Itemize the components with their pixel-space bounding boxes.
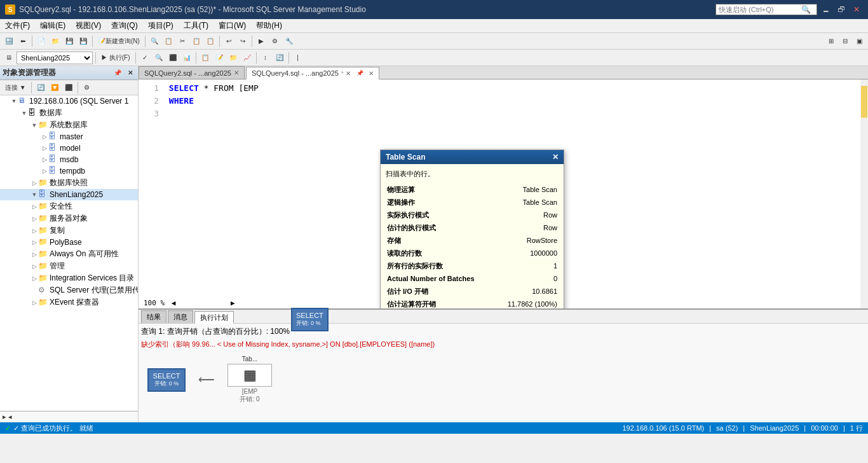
plan-btn[interactable]: 📊 xyxy=(180,51,193,65)
btn-7[interactable]: ✂ xyxy=(176,34,189,48)
tooltip-close-btn[interactable]: ✕ xyxy=(552,153,559,162)
expand-security[interactable]: ▷ xyxy=(31,204,38,210)
expand-shenliang[interactable]: ▼ xyxy=(31,191,38,198)
expand-server-obj[interactable]: ▷ xyxy=(31,216,38,222)
expand-system-dbs[interactable]: ▼ xyxy=(31,122,38,128)
tree-msdb[interactable]: ▷ 🗄 msdb xyxy=(0,154,138,165)
btn-6[interactable]: 📋 xyxy=(162,34,175,48)
expand-polybase[interactable]: ▷ xyxy=(31,239,38,245)
execute-btn[interactable]: ▶ 执行(F) xyxy=(98,51,133,65)
minimize-button[interactable]: 🗕 xyxy=(820,3,832,16)
btn-2[interactable]: 📄 xyxy=(35,34,48,48)
expand-msdb[interactable]: ▷ xyxy=(41,156,48,163)
tree-sqlagent[interactable]: ⚙ SQL Server 代理(已禁用代 xyxy=(0,284,138,296)
tab-sqlquery4-close[interactable]: ✕ xyxy=(346,70,351,77)
expand-server[interactable]: ▼ xyxy=(10,98,18,104)
oe-refresh-btn[interactable]: 🔄 xyxy=(34,81,47,95)
btn-1[interactable]: ⬅ xyxy=(17,34,29,48)
btn-10[interactable]: 🔧 xyxy=(283,34,295,48)
oe-connect-btn[interactable]: 连接 ▼ xyxy=(3,81,29,95)
tree-model[interactable]: ▷ 🗄 model xyxy=(0,142,138,154)
file-btn[interactable]: 📁 xyxy=(227,51,240,65)
tree-snapshot[interactable]: ▷ 📁 数据库快照 xyxy=(0,177,138,189)
btn-new-query[interactable]: 📝新建查询(N) xyxy=(95,34,142,48)
menu-window[interactable]: 窗口(W) xyxy=(214,19,251,32)
tree-server-obj[interactable]: ▷ 📁 服务器对象 xyxy=(0,212,138,225)
btn-copy[interactable]: 📋 xyxy=(190,34,203,48)
expand-snapshot[interactable]: ▷ xyxy=(31,180,38,186)
results-tab-results[interactable]: 结果 xyxy=(141,310,166,323)
tree-security[interactable]: ▷ 📁 安全性 xyxy=(0,200,138,212)
oe-filter-btn[interactable]: 🔽 xyxy=(48,81,61,95)
btn-paste[interactable]: 📋 xyxy=(204,34,217,48)
tree-tempdb[interactable]: ▷ 🗄 tempdb xyxy=(0,165,138,177)
menu-query[interactable]: 查询(Q) xyxy=(106,19,142,32)
tab-sqlquery4-x[interactable]: ✕ xyxy=(369,70,374,77)
menu-help[interactable]: 帮助(H) xyxy=(251,19,287,32)
tree-shenliang[interactable]: ▼ 🗄 ShenLiang2025 xyxy=(0,189,138,200)
btn-12[interactable]: ⊟ xyxy=(839,34,851,48)
expand-master[interactable]: ▷ xyxy=(41,134,48,140)
btn-11[interactable]: ⊞ xyxy=(825,34,837,48)
tab-sqlquery2[interactable]: SQLQuery2.sql - ...ang2025 ✕ xyxy=(139,66,245,79)
trans2-btn[interactable]: 🔄 xyxy=(273,51,286,65)
expand-xevent[interactable]: ▷ xyxy=(31,300,38,306)
new-query-btn[interactable]: 🔙 xyxy=(3,34,15,48)
parse-btn[interactable]: 🔍 xyxy=(153,51,165,65)
close-button[interactable]: ✕ xyxy=(850,3,863,16)
tree-system-dbs[interactable]: ▼ 📁 系统数据库 xyxy=(0,119,138,131)
trans-btn[interactable]: ↕ xyxy=(259,51,272,65)
grid-btn[interactable]: 📋 xyxy=(199,51,212,65)
btn-save[interactable]: 💾 xyxy=(63,34,76,48)
tree-databases[interactable]: ▼ 🗄 数据库 xyxy=(0,107,138,119)
text-btn[interactable]: 📝 xyxy=(213,51,226,65)
expand-model[interactable]: ▷ xyxy=(41,145,48,151)
oe-props-btn[interactable]: ⚙ xyxy=(81,81,93,95)
tree-server[interactable]: ▼ 🖥 192.168.0.106 (SQL Server 1 xyxy=(0,95,138,107)
quick-launch-input[interactable] xyxy=(719,6,801,13)
quick-launch[interactable]: 🔍 xyxy=(715,4,817,15)
scroll-thumb[interactable] xyxy=(861,86,867,118)
tree-integration[interactable]: ▷ 📁 Integration Services 目录 xyxy=(0,272,138,284)
btn-undo[interactable]: ↩ xyxy=(222,34,235,48)
scrollbar-vertical[interactable] xyxy=(860,79,868,308)
stop-btn[interactable]: ⬛ xyxy=(166,51,179,65)
results-tab-plan[interactable]: 执行计划 xyxy=(194,311,234,324)
tree-polybase[interactable]: ▷ 📁 PolyBase xyxy=(0,237,138,248)
tree-management[interactable]: ▷ 📁 管理 xyxy=(0,260,138,272)
expand-databases[interactable]: ▼ xyxy=(20,110,28,116)
stat-btn[interactable]: 📈 xyxy=(241,51,254,65)
results-tab-messages[interactable]: 消息 xyxy=(168,310,193,323)
expand-alwayson[interactable]: ▷ xyxy=(31,251,38,258)
tab-pin-btn[interactable]: 📌 xyxy=(353,66,366,80)
expand-management[interactable]: ▷ xyxy=(31,263,38,270)
menu-project[interactable]: 项目(P) xyxy=(143,19,179,32)
btn-5[interactable]: 🔍 xyxy=(148,34,161,48)
btn-3[interactable]: 📁 xyxy=(49,34,62,48)
btn-save-all[interactable]: 💾 xyxy=(77,34,90,48)
btn-profile[interactable]: ⚙ xyxy=(269,34,281,48)
tree-alwayson[interactable]: ▷ 📁 Always On 高可用性 xyxy=(0,248,138,260)
expand-replication[interactable]: ▷ xyxy=(31,228,38,234)
menu-tools[interactable]: 工具(T) xyxy=(179,19,214,32)
menu-edit[interactable]: 编辑(E) xyxy=(35,19,71,32)
tree-replication[interactable]: ▷ 📁 复制 xyxy=(0,225,138,237)
btn-13[interactable]: ▣ xyxy=(853,34,865,48)
tree-master[interactable]: ▷ 🗄 master xyxy=(0,131,138,142)
tree-xevent[interactable]: ▷ 📁 XEvent 探查器 xyxy=(0,296,138,308)
expand-tempdb[interactable]: ▷ xyxy=(41,168,48,174)
restore-button[interactable]: 🗗 xyxy=(835,3,848,16)
cursor-btn[interactable]: | xyxy=(292,51,304,65)
menu-file[interactable]: 文件(F) xyxy=(0,19,35,32)
oe-stop-btn[interactable]: ⬛ xyxy=(62,81,75,95)
btn-redo[interactable]: ↪ xyxy=(236,34,249,48)
tab-sqlquery2-close[interactable]: ✕ xyxy=(234,69,239,76)
oe-pin-btn[interactable]: 📌 xyxy=(111,68,124,78)
db-selector[interactable]: ShenLiang2025 xyxy=(17,52,93,64)
tab-sqlquery4[interactable]: SQLQuery4.sql - ...ang2025 * ✕ 📌 ✕ xyxy=(246,67,379,79)
check-btn[interactable]: ✓ xyxy=(139,51,151,65)
btn-debug[interactable]: ▶ xyxy=(255,34,268,48)
expand-integration[interactable]: ▷ xyxy=(31,275,38,282)
oe-close-btn[interactable]: ✕ xyxy=(125,68,135,78)
menu-view[interactable]: 视图(V) xyxy=(71,19,106,32)
